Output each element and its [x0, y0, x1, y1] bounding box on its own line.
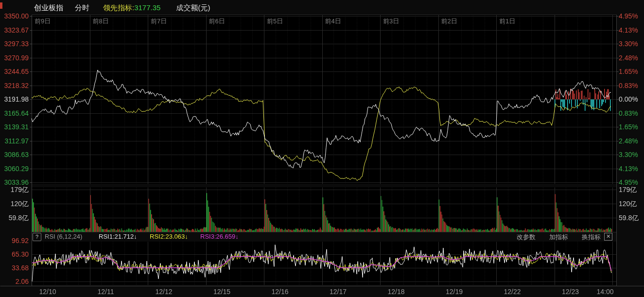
add-indicator-button[interactable]: 加指标 [549, 233, 568, 242]
chart-canvas[interactable] [0, 0, 644, 297]
rsi3-value: RSI3:26.659↓ [200, 233, 239, 240]
stock-chart-app: 创业板指分时领先指标:3177.35成交额(元) 3350.003323.673… [0, 0, 644, 297]
header: 创业板指分时领先指标:3177.35成交额(元) [34, 3, 210, 13]
turnover-label: 成交额(元) [176, 3, 210, 12]
leading-indicator-label: 领先指标: [103, 3, 134, 12]
leading-indicator-value: 3177.35 [134, 3, 160, 12]
indicator-toolbar: ? RSI (6,12,24) RSI1:21.712↓ RSI2:23.063… [0, 232, 644, 242]
corner-tick [0, 2, 2, 9]
help-button[interactable]: ? [33, 233, 41, 241]
rsi-params-label: RSI (6,12,24) [45, 233, 82, 240]
leading-indicator: 领先指标:3177.35 [103, 3, 160, 12]
symbol-title: 创业板指 [34, 3, 63, 12]
rsi1-value: RSI1:21.712↓ [99, 233, 137, 240]
rsi2-value: RSI2:23.063↓ [150, 233, 188, 240]
close-indicator-button[interactable]: ✕ [604, 233, 612, 241]
switch-indicator-button[interactable]: 换指标 [582, 233, 601, 242]
change-params-button[interactable]: 改参数 [517, 233, 536, 242]
tab-timeshare[interactable]: 分时 [75, 3, 89, 12]
